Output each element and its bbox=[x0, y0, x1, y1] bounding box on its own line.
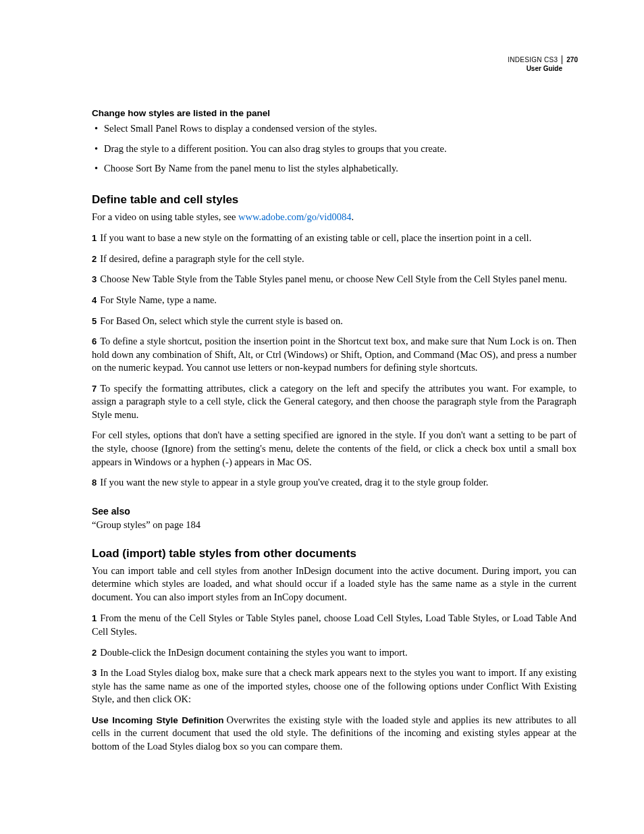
paragraph-text: For cell styles, options that don't have… bbox=[92, 429, 576, 467]
step-text: For Style Name, type a name. bbox=[100, 294, 217, 305]
heading-define-styles: Define table and cell styles bbox=[92, 193, 576, 207]
step-item: 5For Based On, select which style the cu… bbox=[92, 315, 576, 328]
subheading-change-styles: Change how styles are listed in the pane… bbox=[92, 108, 576, 118]
step-text: From the menu of the Cell Styles or Tabl… bbox=[92, 613, 576, 637]
see-also-heading: See also bbox=[92, 506, 576, 517]
step-item: 8If you want the new style to appear in … bbox=[92, 476, 576, 490]
definition-paragraph: Use Incoming Style DefinitionOverwrites … bbox=[92, 714, 576, 754]
see-also-link[interactable]: “Group styles” on page 184 bbox=[92, 519, 576, 531]
step-item: 7To specify the formatting attributes, c… bbox=[92, 382, 576, 422]
intro-text: For a video on using table styles, see bbox=[92, 211, 238, 222]
step-number: 6 bbox=[92, 336, 97, 346]
header-page-number: 270 bbox=[562, 55, 578, 64]
step-item: 2If desired, define a paragraph style fo… bbox=[92, 253, 576, 266]
bullet-list: Select Small Panel Rows to display a con… bbox=[92, 122, 576, 176]
heading-load-styles: Load (import) table styles from other do… bbox=[92, 547, 576, 561]
intro-paragraph: For a video on using table styles, see w… bbox=[92, 211, 576, 224]
header-guide: User Guide bbox=[508, 64, 578, 73]
page-content: Change how styles are listed in the pane… bbox=[92, 108, 576, 753]
step-number: 2 bbox=[92, 254, 97, 264]
document-page: INDESIGN CS3 270 User Guide Change how s… bbox=[0, 0, 644, 802]
step-item: 3Choose New Table Style from the Table S… bbox=[92, 273, 576, 286]
step-number: 7 bbox=[92, 384, 97, 394]
step-item: 6To define a style shortcut, position th… bbox=[92, 335, 576, 375]
page-header: INDESIGN CS3 270 User Guide bbox=[508, 55, 578, 73]
step-text: If desired, define a paragraph style for… bbox=[100, 253, 304, 264]
bullet-item: Drag the style to a different position. … bbox=[92, 142, 576, 156]
intro-suffix: . bbox=[351, 211, 354, 222]
video-link[interactable]: www.adobe.com/go/vid0084 bbox=[238, 211, 351, 222]
step-number: 1 bbox=[92, 233, 97, 243]
step-text: For Based On, select which style the cur… bbox=[100, 315, 343, 326]
step-number: 3 bbox=[92, 274, 97, 284]
numbered-list: 1From the menu of the Cell Styles or Tab… bbox=[92, 612, 576, 706]
step-text: If you want to base a new style on the f… bbox=[100, 232, 531, 243]
step-number: 1 bbox=[92, 613, 97, 623]
step-text: To define a style shortcut, position the… bbox=[92, 336, 576, 373]
bullet-item: Select Small Panel Rows to display a con… bbox=[92, 122, 576, 136]
definition-term: Use Incoming Style Definition bbox=[92, 715, 224, 725]
step-item: 1If you want to base a new style on the … bbox=[92, 232, 576, 245]
step-text: Double-click the InDesign document conta… bbox=[100, 647, 407, 658]
step-text: To specify the formatting attributes, cl… bbox=[92, 383, 576, 420]
step-text: Choose New Table Style from the Table St… bbox=[100, 273, 567, 284]
bullet-item: Choose Sort By Name from the panel menu … bbox=[92, 162, 576, 176]
step-item: 4For Style Name, type a name. bbox=[92, 294, 576, 307]
step-item: 3In the Load Styles dialog box, make sur… bbox=[92, 667, 576, 706]
step-number: 5 bbox=[92, 316, 97, 326]
numbered-list: 1If you want to base a new style on the … bbox=[92, 232, 576, 489]
step-text: If you want the new style to appear in a… bbox=[100, 477, 488, 488]
header-product: INDESIGN CS3 bbox=[508, 55, 562, 64]
step-number: 8 bbox=[92, 477, 97, 488]
body-paragraph: For cell styles, options that don't have… bbox=[92, 429, 576, 469]
step-text: In the Load Styles dialog box, make sure… bbox=[92, 667, 576, 704]
step-number: 3 bbox=[92, 668, 97, 678]
intro-paragraph: You can import table and cell styles fro… bbox=[92, 565, 576, 604]
step-number: 4 bbox=[92, 295, 97, 305]
step-item: 2Double-click the InDesign document cont… bbox=[92, 646, 576, 660]
step-item: 1From the menu of the Cell Styles or Tab… bbox=[92, 612, 576, 638]
step-number: 2 bbox=[92, 648, 97, 658]
